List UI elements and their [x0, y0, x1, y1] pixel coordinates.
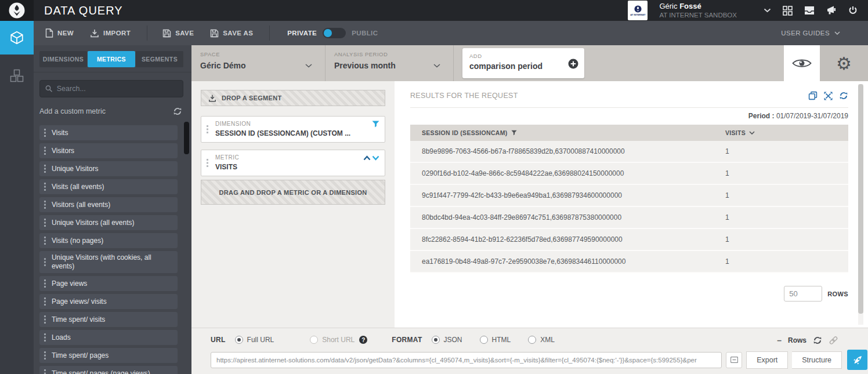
- space-selector[interactable]: SPACE Géric Démo: [191, 45, 325, 81]
- table-row[interactable]: 8b9e9896-7063-4566-b67a-f78865839d2b,637…: [410, 141, 848, 163]
- new-button[interactable]: NEW: [45, 28, 74, 38]
- save-icon: [162, 29, 171, 38]
- table-row[interactable]: 80bdc4bd-94ea-4c03-84ff-29e86974c751,636…: [410, 207, 848, 229]
- expand-url-button[interactable]: [726, 352, 742, 368]
- sidebar-divider: [34, 72, 191, 72]
- metric-card[interactable]: METRIC VISITS: [201, 150, 385, 176]
- filter-funnel-icon[interactable]: [511, 130, 517, 136]
- metric-item[interactable]: Visits (no pages): [39, 233, 178, 248]
- rail-item-dataquery[interactable]: [0, 21, 34, 55]
- metric-item[interactable]: Unique Visitors (all events): [39, 215, 178, 230]
- megaphone-icon[interactable]: [826, 6, 837, 15]
- metric-item[interactable]: Unique Visitors: [39, 161, 178, 176]
- custom-metric-label[interactable]: Add a custom metric: [39, 107, 106, 115]
- rail-item-segments[interactable]: [0, 61, 34, 90]
- copy-icon[interactable]: [808, 91, 818, 100]
- dimension-card[interactable]: DIMENSION SESSION ID (SESSIONCAM) (CUSTO…: [201, 116, 385, 143]
- full-url-radio[interactable]: [235, 336, 243, 344]
- help-icon[interactable]: ?: [359, 336, 367, 344]
- drag-handle-icon: [44, 219, 46, 227]
- format-html-label[interactable]: HTML: [492, 336, 511, 344]
- apps-grid-icon[interactable]: [783, 6, 793, 16]
- tab-metrics[interactable]: METRICS: [88, 51, 135, 67]
- avatar[interactable]: AT INTERNET: [628, 1, 648, 20]
- metric-item[interactable]: Page views: [39, 276, 178, 291]
- link-icon[interactable]: [829, 336, 838, 345]
- collapse-rows-button[interactable]: –: [777, 336, 782, 345]
- save-as-button[interactable]: SAVE AS: [210, 29, 253, 38]
- metric-item[interactable]: Page views/ visits: [39, 294, 178, 309]
- refresh-icon[interactable]: [813, 336, 822, 345]
- results-actions: [808, 91, 848, 100]
- add-comparison-period-button[interactable]: ADD comparison period: [462, 48, 584, 78]
- drag-handle-icon: [44, 315, 46, 324]
- metric-item[interactable]: Time spent/ pages: [39, 348, 178, 363]
- format-html-radio[interactable]: [480, 336, 488, 344]
- search-input[interactable]: [57, 85, 178, 93]
- stacked-cubes-icon: [9, 69, 25, 83]
- app-logo[interactable]: [0, 0, 34, 21]
- user-guides-menu[interactable]: USER GUIDES: [781, 30, 840, 37]
- import-button[interactable]: IMPORT: [90, 29, 131, 38]
- period-label: Period :: [748, 112, 775, 120]
- settings-tab[interactable]: ⚙: [820, 45, 868, 81]
- sort-desc-chevron-icon[interactable]: [372, 155, 379, 161]
- metric-item[interactable]: Visits: [39, 125, 178, 140]
- private-public-toggle[interactable]: [323, 28, 346, 38]
- rows-count-input[interactable]: [784, 286, 822, 302]
- drag-handle-icon[interactable]: [207, 125, 209, 133]
- sidebar-scrollbar-thumb[interactable]: [184, 122, 189, 154]
- table-row[interactable]: 0290f16d-b102-4a9e-866c-8c59484222ae,636…: [410, 163, 848, 185]
- chevron-down-icon: [305, 64, 312, 68]
- save-button[interactable]: SAVE: [162, 29, 194, 38]
- table-row[interactable]: ea176819-0b48-49a8-97c7-2e9590038e7e,636…: [410, 251, 848, 273]
- metric-item[interactable]: Unique Visitors (with cookies, all event…: [39, 251, 178, 273]
- format-label: FORMAT: [392, 336, 422, 344]
- drag-handle-icon[interactable]: [207, 159, 209, 167]
- export-button[interactable]: Export: [746, 351, 788, 369]
- refresh-icon[interactable]: [839, 91, 848, 100]
- metric-item[interactable]: Visitors (all events): [39, 197, 178, 212]
- metric-item[interactable]: Visitors: [39, 143, 178, 158]
- short-url-radio[interactable]: [310, 336, 318, 344]
- format-json-label[interactable]: JSON: [444, 336, 462, 344]
- launch-query-button[interactable]: [847, 350, 867, 370]
- tab-dimensions[interactable]: DIMENSIONS: [39, 51, 87, 67]
- drag-handle-icon: [44, 258, 46, 266]
- short-url-label[interactable]: Short URL: [322, 336, 355, 344]
- inbox-icon[interactable]: [804, 6, 815, 14]
- metric-item[interactable]: Time spent/ visits: [39, 312, 178, 327]
- analysis-period-selector[interactable]: ANALYSIS PERIOD Previous month: [326, 45, 453, 81]
- results-divider: [410, 107, 848, 108]
- chevron-down-icon: [433, 64, 440, 68]
- table-row[interactable]: 8fc22862-8594-41b2-b912-62236f5d78ed,636…: [410, 229, 848, 251]
- cube-icon: [9, 30, 24, 45]
- format-xml-label[interactable]: XML: [540, 336, 555, 344]
- preview-tab[interactable]: [784, 45, 820, 81]
- metric-item[interactable]: Loads: [39, 330, 178, 345]
- drop-metric-dimension-zone[interactable]: DRAG AND DROP A METRIC OR A DIMENSION: [201, 180, 385, 205]
- structure-button[interactable]: Structure: [792, 351, 842, 369]
- api-url-input[interactable]: [211, 352, 722, 368]
- results-scrollbar-thumb[interactable]: [858, 84, 863, 314]
- metric-item[interactable]: Time spent/ pages (page views): [39, 366, 178, 374]
- drop-segment-zone[interactable]: DROP A SEGMENT: [201, 90, 385, 106]
- sidebar-tabs: DIMENSIONS METRICS SEGMENTS: [39, 51, 183, 67]
- results-title: RESULTS FOR THE REQUEST: [410, 92, 518, 100]
- expand-icon[interactable]: [824, 92, 833, 100]
- power-icon[interactable]: [848, 6, 858, 15]
- results-scrollbar[interactable]: [858, 84, 863, 325]
- user-menu-chevron-down-icon[interactable]: [764, 8, 771, 13]
- column-header-visits[interactable]: VISITS: [725, 129, 848, 136]
- filter-funnel-icon[interactable]: [372, 121, 379, 128]
- table-row[interactable]: 9c91f447-7799-42fc-b433-b9e6ea949ba1,636…: [410, 185, 848, 207]
- tab-segments[interactable]: SEGMENTS: [136, 51, 183, 67]
- format-json-radio[interactable]: [432, 336, 440, 344]
- results-panel: RESULTS FOR THE REQUEST: [395, 81, 868, 328]
- column-header-session[interactable]: SESSION ID (SESSIONCAM): [422, 129, 725, 136]
- sort-asc-chevron-icon[interactable]: [363, 155, 371, 161]
- refresh-icon[interactable]: [173, 107, 182, 116]
- full-url-label[interactable]: Full URL: [247, 336, 274, 344]
- format-xml-radio[interactable]: [528, 336, 536, 344]
- metric-item[interactable]: Visits (all events): [39, 179, 178, 194]
